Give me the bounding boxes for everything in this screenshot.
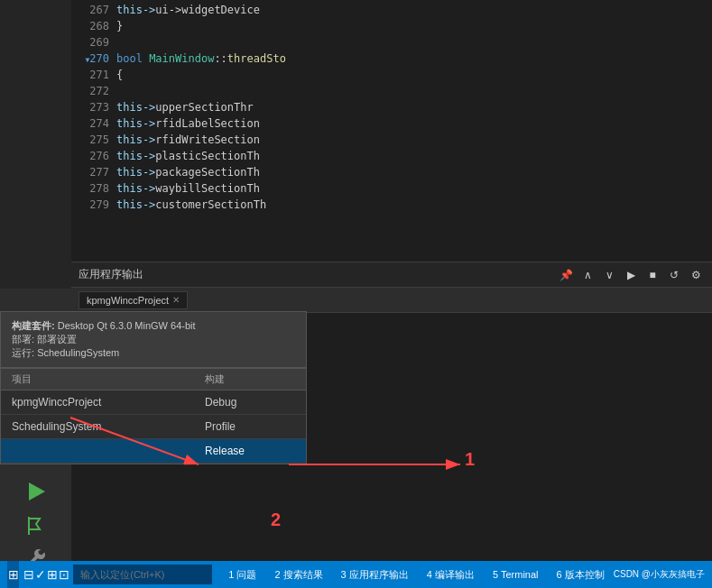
output-down-btn[interactable]: ∨	[600, 266, 618, 284]
output-tab-close[interactable]: ✕	[172, 295, 180, 305]
output-run-btn[interactable]: ▶	[622, 266, 640, 284]
output-actions: 📌 ∧ ∨ ▶ ■ ↺ ⚙	[557, 266, 705, 284]
menu-row-0-build: Debug	[205, 396, 295, 409]
output-restart-btn[interactable]: ↺	[665, 266, 683, 284]
project-menu: 项目 构建 kpmgWinccProject Debug SchedulingS…	[0, 368, 307, 464]
annotation-2: 2	[271, 510, 281, 530]
flag-button[interactable]	[14, 508, 58, 544]
status-tab-0[interactable]: 1 问题	[219, 561, 265, 588]
editor-area: 267268269▼270271272273274275276277278279…	[71, 0, 712, 262]
output-tab-project[interactable]: kpmgWinccProject ✕	[79, 291, 188, 309]
status-tab-2[interactable]: 3 应用程序输出	[332, 561, 418, 588]
output-stop-btn[interactable]: ■	[643, 266, 661, 284]
output-toolbar: 应用程序输出 📌 ∧ ∨ ▶ ■ ↺ ⚙	[71, 262, 712, 288]
menu-header: 项目 构建	[1, 369, 306, 390]
status-tab-4[interactable]: 5 Terminal	[484, 561, 548, 588]
windows-icon[interactable]: ⊞	[7, 561, 19, 588]
sidebar-top-area	[0, 0, 71, 289]
status-tab-3[interactable]: 4 编译输出	[418, 561, 484, 588]
taskbar-icon-2[interactable]: ✓	[34, 561, 46, 588]
menu-row-0-project: kpmgWinccProject	[12, 396, 205, 409]
run-value-info: SchedulingSystem	[37, 347, 119, 358]
kit-value: Desktop Qt 6.3.0 MinGW 64-bit	[58, 320, 196, 331]
menu-row-1-project: SchedulingSystem	[12, 420, 205, 433]
search-input[interactable]	[73, 565, 212, 584]
line-numbers: 267268269▼270271272273274275276277278279	[71, 0, 116, 262]
col-build-header: 构建	[205, 372, 295, 386]
sidebar-flag-icon-row	[0, 508, 71, 544]
sidebar-play-icon-row	[0, 473, 71, 510]
menu-row-1[interactable]: SchedulingSystem Profile	[1, 415, 306, 439]
output-tab-label: kpmgWinccProject	[87, 295, 169, 306]
output-title: 应用程序输出	[79, 267, 557, 282]
code-content: this->ui->widgetDevice}bool MainWindow::…	[116, 0, 712, 262]
run-label-info: 运行:	[12, 347, 34, 358]
status-bar: ⊞ ⊟ ✓ ⊞ ⊡ 1 问题 2 搜索结果 3 应用程序输出 4 编译输出 5 …	[0, 561, 712, 588]
deploy-info: 部署: 部署设置	[12, 333, 295, 346]
menu-row-2-build: Release	[205, 445, 295, 457]
status-tabs: 1 问题 2 搜索结果 3 应用程序输出 4 编译输出 5 Terminal 6…	[219, 561, 613, 588]
output-up-btn[interactable]: ∧	[578, 266, 596, 284]
annotation-1: 1	[465, 449, 475, 470]
kit-label: 构建套件:	[12, 320, 55, 331]
taskbar-icon-4[interactable]: ⊡	[58, 561, 69, 588]
status-tab-5[interactable]: 6 版本控制	[548, 561, 614, 588]
svg-marker-3	[29, 482, 45, 501]
taskbar-icon-3[interactable]: ⊞	[46, 561, 58, 588]
col-project-header: 项目	[12, 372, 205, 386]
status-tab-1[interactable]: 2 搜索结果	[265, 561, 331, 588]
output-gear-btn[interactable]: ⚙	[687, 266, 705, 284]
taskbar-icon-1[interactable]: ⊟	[23, 561, 34, 588]
menu-row-1-build: Profile	[205, 420, 295, 433]
output-pin-btn[interactable]: 📌	[557, 266, 575, 284]
build-info-box: 构建套件: Desktop Qt 6.3.0 MinGW 64-bit 部署: …	[0, 311, 307, 368]
popup-container: 构建套件: Desktop Qt 6.3.0 MinGW 64-bit 部署: …	[0, 311, 307, 464]
output-tabs: kpmgWinccProject ✕	[71, 288, 712, 313]
menu-row-2[interactable]: Release	[1, 439, 306, 464]
play-button[interactable]	[14, 473, 58, 510]
status-right-label: CSDN @小灰灰搞电子	[614, 568, 705, 581]
menu-row-0[interactable]: kpmgWinccProject Debug	[1, 390, 306, 415]
